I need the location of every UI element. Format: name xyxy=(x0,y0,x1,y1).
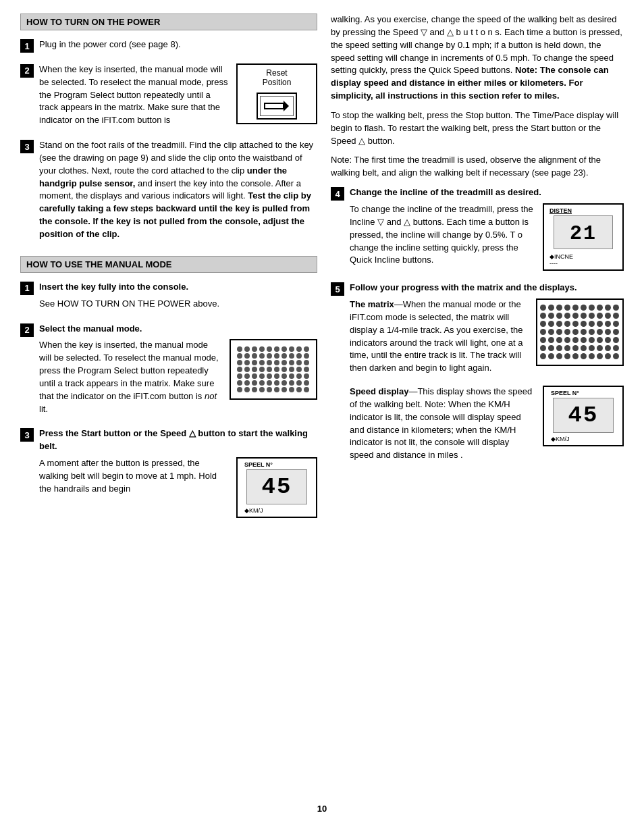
left-column: HOW TO TURN ON THE POWER 1 Plug in the p… xyxy=(20,14,317,790)
manual-step3-content: Press the Start button or the Speed △ bu… xyxy=(39,427,317,518)
step1-text: Plug in the power cord (see page 8). xyxy=(39,38,317,51)
matrix-subsection: The matrix—When the manual mode or the i… xyxy=(350,298,624,379)
step4-text-block: To change the incline of the treadmill, … xyxy=(350,203,535,271)
step1: 1 Plug in the power cord (see page 8). xyxy=(20,38,317,55)
step2-text-block: When the key is inserted, the manual mod… xyxy=(39,63,228,131)
matrix-diagram-large xyxy=(536,298,624,366)
page-number: 10 xyxy=(20,804,624,814)
incline-display-diagram: DISTEN 21 ◆INCNE---- xyxy=(543,203,624,271)
step5-header: Follow your progress with the matrix and… xyxy=(350,282,577,292)
speed-display-diagram-right: SPEEL N° 45 ◆KM/J xyxy=(543,386,624,446)
reset-label: ResetPosition xyxy=(263,68,292,87)
incline-sub: ◆INCNE---- xyxy=(549,253,573,267)
right-step4-number: 4 xyxy=(331,187,344,201)
speed-display-header-right: SPEEL N° xyxy=(551,390,579,396)
step3-text: Stand on the foot rails of the treadmill… xyxy=(39,139,317,241)
right-step5: 5 Follow your progress with the matrix a… xyxy=(331,282,624,473)
right-step5-content: Follow your progress with the matrix and… xyxy=(350,282,624,473)
page: HOW TO TURN ON THE POWER 1 Plug in the p… xyxy=(0,0,644,834)
dot-grid xyxy=(233,342,315,397)
kmh-indicator-left: ◆KM/J xyxy=(244,507,263,514)
manual-step3-text-block: A moment after the button is pressed, th… xyxy=(39,457,228,500)
manual-step2-text-block: When the key is inserted, the manual mod… xyxy=(39,339,221,419)
speed-display-header-left: SPEEL N° xyxy=(244,461,273,468)
incline-number: 21 xyxy=(570,224,597,244)
manual-step1-sub: See HOW TO TURN ON THE POWER above. xyxy=(39,298,317,311)
manual-step1-number: 1 xyxy=(20,282,34,295)
matrix-diagram-small xyxy=(230,339,317,400)
step2-content: When the key is inserted, the manual mod… xyxy=(39,63,317,131)
step3-content: Stand on the foot rails of the treadmill… xyxy=(39,139,317,245)
step1-content: Plug in the power cord (see page 8). xyxy=(39,38,317,55)
manual-step3-number: 3 xyxy=(20,428,34,442)
manual-step1-header: Insert the key fully into the console. xyxy=(39,282,188,292)
right-step4-content: Change the incline of the treadmill as d… xyxy=(350,186,624,271)
right-column: walking. As you exercise, change the spe… xyxy=(331,14,624,790)
manual-step3-text: A moment after the button is pressed, th… xyxy=(39,457,228,496)
speed-display-text: Speed display—This display shows the spe… xyxy=(350,386,535,462)
matrix-text-block: The matrix—When the manual mode or the i… xyxy=(350,298,528,379)
kmh-indicator-right: ◆KM/J xyxy=(551,436,570,442)
speed-display-subsection: Speed display—This display shows the spe… xyxy=(350,386,624,466)
reset-position-diagram: ResetPosition xyxy=(236,63,317,124)
manual-step3-header: Press the Start button or the Speed △ bu… xyxy=(39,428,308,451)
manual-step3: 3 Press the Start button or the Speed △ … xyxy=(20,427,317,518)
section1-header: HOW TO TURN ON THE POWER xyxy=(20,14,317,30)
speed-display-diagram-left: SPEEL N° 45 ◆KM/J xyxy=(236,457,317,518)
manual-step2-text: When the key is inserted, the manual mod… xyxy=(39,339,221,415)
manual-step1-content: Insert the key fully into the console. S… xyxy=(39,281,317,315)
step2: 2 When the key is inserted, the manual m… xyxy=(20,63,317,131)
matrix-text: The matrix—When the manual mode or the i… xyxy=(350,298,528,375)
step2-number: 2 xyxy=(20,64,34,78)
step4-text: To change the incline of the treadmill, … xyxy=(350,203,535,267)
para2: To stop the walking belt, press the Stop… xyxy=(331,109,624,148)
step3-number: 3 xyxy=(20,140,34,153)
speed-number-left: 45 xyxy=(262,475,292,498)
right-step5-number: 5 xyxy=(331,282,344,296)
manual-step2-header: Select the manual mode. xyxy=(39,323,142,334)
note3: Note: The first time the treadmill is us… xyxy=(331,154,624,180)
manual-step2-number: 2 xyxy=(20,323,34,337)
step4-header: Change the incline of the treadmill as d… xyxy=(350,187,541,197)
manual-step2: 2 Select the manual mode. When the key i… xyxy=(20,323,317,420)
section2-header: HOW TO USE THE MANUAL MODE xyxy=(20,256,317,273)
step2-text: When the key is inserted, the manual mod… xyxy=(39,63,228,127)
manual-step2-content: Select the manual mode. When the key is … xyxy=(39,323,317,420)
speed-number-right: 45 xyxy=(568,404,599,427)
manual-step1: 1 Insert the key fully into the console.… xyxy=(20,281,317,315)
svg-marker-1 xyxy=(284,101,289,111)
right-intro: walking. As you exercise, change the spe… xyxy=(331,14,624,103)
svg-rect-0 xyxy=(265,103,284,109)
right-step4: 4 Change the incline of the treadmill as… xyxy=(331,186,624,271)
reset-arrow-icon xyxy=(263,98,290,114)
incline-display-header: DISTEN xyxy=(549,207,572,214)
step1-number: 1 xyxy=(20,39,34,53)
speed-display-text-block: Speed display—This display shows the spe… xyxy=(350,386,535,466)
large-dot-grid xyxy=(537,302,623,363)
step3: 3 Stand on the foot rails of the treadmi… xyxy=(20,139,317,245)
